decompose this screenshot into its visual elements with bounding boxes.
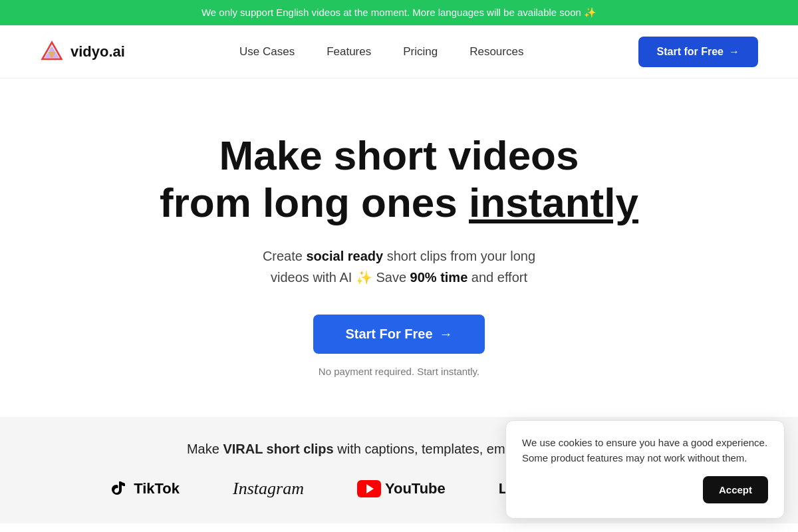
hero-sub-highlight: 90% time (410, 270, 468, 285)
nav-cta-arrow: → (729, 46, 739, 58)
tiktok-icon (107, 478, 128, 499)
no-payment-text: No payment required. Start instantly. (13, 366, 785, 377)
instagram-label: Instagram (233, 479, 304, 498)
logo-icon (40, 40, 64, 64)
navbar: vidyo.ai Use Cases Features Pricing Reso… (0, 25, 798, 78)
nav-resources[interactable]: Resources (469, 45, 523, 58)
top-banner: We only support English videos at the mo… (0, 0, 798, 25)
banner-text: We only support English videos at the mo… (201, 7, 597, 18)
loved-section: Loved by 30K+ podca (0, 523, 798, 532)
instagram-logo: Instagram (233, 479, 304, 499)
youtube-logo: YouTube (357, 480, 446, 497)
youtube-play-icon (357, 480, 381, 497)
hero-sub-end: short clips from your long (383, 249, 535, 263)
hero-cta-arrow: → (440, 327, 453, 342)
tiktok-logo: TikTok (107, 478, 180, 499)
logo-link[interactable]: vidyo.ai (40, 40, 125, 64)
hero-sub-line2-start: videos with AI ✨ Save (271, 270, 410, 285)
hero-headline-instantly: instantly (469, 180, 638, 225)
cookie-text: We use cookies to ensure you have a good… (522, 436, 768, 466)
hero-section: Make short videos from long ones instant… (0, 78, 798, 417)
hero-headline-line2-start: from long ones (160, 180, 469, 225)
nav-features[interactable]: Features (327, 45, 371, 58)
hero-headline-line1: Make short videos (219, 132, 579, 178)
nav-cta-label: Start for Free (657, 46, 724, 58)
hero-start-free-button[interactable]: Start For Free → (313, 315, 484, 354)
hero-sub-line2-end: and effort (467, 270, 527, 285)
hero-sub-bold: social ready (306, 249, 383, 263)
cookie-banner: We use cookies to ensure you have a good… (505, 420, 785, 519)
viral-text-start: Make (187, 442, 223, 456)
nav-pricing[interactable]: Pricing (403, 45, 438, 58)
cookie-accept-button[interactable]: Accept (703, 476, 768, 503)
viral-text-bold: VIRAL short clips (223, 442, 333, 456)
hero-cta-label: Start For Free (345, 327, 432, 342)
hero-subtext: Create social ready short clips from you… (13, 245, 785, 288)
youtube-label: YouTube (385, 480, 446, 497)
nav-links: Use Cases Features Pricing Resources (239, 45, 523, 59)
nav-start-free-button[interactable]: Start for Free → (638, 37, 758, 67)
tiktok-label: TikTok (134, 480, 180, 497)
nav-use-cases[interactable]: Use Cases (239, 45, 295, 58)
logo-text: vidyo.ai (70, 43, 125, 61)
hero-sub-start: Create (263, 249, 307, 263)
hero-headline: Make short videos from long ones instant… (13, 132, 785, 227)
